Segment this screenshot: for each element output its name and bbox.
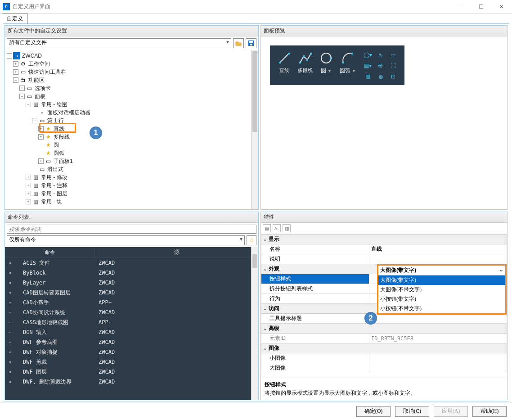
maximize-button[interactable]: ☐ (471, 0, 491, 14)
command-row[interactable]: ▫ByLayerZWCAD (5, 278, 258, 288)
tree-item-panel-layer[interactable]: 常用 - 图层 (41, 190, 67, 198)
prop-name-value[interactable]: 直线 (369, 244, 507, 254)
command-row[interactable]: ▫DWF, 删除剪裁边界ZWCAD (5, 377, 258, 387)
scrollbar-vertical[interactable] (251, 247, 258, 400)
command-row[interactable]: ▫DWF 参考底图ZWCAD (5, 337, 258, 347)
prop-splitstyle-key[interactable]: 拆分按钮列表样式 (261, 284, 369, 294)
open-file-button[interactable] (233, 38, 244, 48)
prop-tooltip-value[interactable] (369, 314, 507, 324)
prop-desc-value[interactable] (369, 254, 507, 264)
expand-button[interactable]: ▥ (283, 224, 291, 232)
chevron-down-icon[interactable]: ⌄ (263, 266, 267, 271)
tree-item-line[interactable]: 直线 (54, 125, 64, 133)
tree-toggle[interactable]: + (26, 175, 31, 180)
prop-smallimage-key[interactable]: 小图像 (261, 353, 369, 363)
tree-item-quickaccess[interactable]: 快速访问工具栏 (28, 68, 66, 76)
prop-largeimage-value[interactable] (369, 363, 507, 373)
tree-toggle[interactable]: + (19, 86, 25, 91)
customization-tree[interactable]: −hZWCAD +⚙工作空间 +▭快速访问工具栏 −🗀功能区 +▭选项卡 −▭面… (5, 50, 258, 208)
prop-desc-key[interactable]: 说明 (261, 254, 369, 264)
ok-button[interactable]: 确定(O) (356, 406, 391, 417)
tree-toggle[interactable]: − (32, 118, 37, 123)
command-row[interactable]: ▫DWF 剪裁ZWCAD (5, 357, 258, 367)
tree-toggle[interactable]: + (13, 69, 18, 75)
sort-az-button[interactable]: A↓ (273, 224, 281, 232)
prop-behavior-key[interactable]: 行为 (261, 294, 369, 304)
chevron-down-icon[interactable]: ⌄ (263, 306, 267, 311)
prop-name-key[interactable]: 名称 (261, 244, 369, 254)
tree-item-dialog-launcher[interactable]: 面板对话框启动器 (47, 109, 90, 117)
tree-toggle[interactable]: + (26, 183, 31, 188)
close-button[interactable]: ✕ (491, 0, 512, 14)
prop-largeimage-key[interactable]: 大图像 (261, 363, 369, 373)
categorize-button[interactable]: ▤ (263, 224, 271, 232)
command-row[interactable]: ▫ByBlockZWCAD (5, 268, 258, 278)
command-row[interactable]: ▫DWF 对象捕捉ZWCAD (5, 347, 258, 357)
tree-toggle[interactable]: + (38, 158, 44, 164)
dropdown-option[interactable]: 大图像(带文字) (378, 275, 505, 285)
command-row[interactable]: ▫DGN 输入ZWCAD (5, 327, 258, 337)
tree-toggle[interactable]: + (38, 134, 44, 140)
tree-toggle[interactable]: + (38, 126, 44, 131)
tree-item-arc[interactable]: 圆弧 (54, 149, 64, 157)
column-header-source[interactable]: 源 (95, 247, 258, 257)
tree-toggle[interactable]: + (13, 61, 18, 67)
chevron-down-icon[interactable]: ⌄ (263, 326, 267, 331)
tree-item-panels[interactable]: 面板 (35, 93, 45, 100)
prop-buttonstyle-key[interactable]: 按钮样式 (261, 274, 369, 284)
tree-toggle[interactable]: − (13, 77, 18, 83)
tree-item-circle[interactable]: 圆 (54, 141, 59, 149)
tree-item-zwcad[interactable]: ZWCAD (22, 53, 42, 59)
command-row[interactable]: ▫DWF 图层ZWCAD (5, 367, 258, 377)
tree-item-subpanel1[interactable]: 子面板1 (54, 158, 73, 165)
command-row[interactable]: ▫CASS地形地籍成图APP+ (5, 317, 258, 327)
cancel-button[interactable]: 取消(C) (395, 406, 429, 417)
prop-category-display[interactable]: 显示 (269, 236, 279, 242)
chevron-down-icon[interactable]: ⌄ (263, 237, 267, 242)
tree-toggle[interactable]: − (26, 102, 31, 107)
search-command-input[interactable] (7, 225, 256, 234)
prop-category-access[interactable]: 访问 (269, 305, 279, 312)
tree-item-workspace[interactable]: 工作空间 (28, 60, 50, 68)
tree-toggle[interactable]: + (26, 191, 31, 196)
buttonstyle-dropdown[interactable]: 大图像(带文字) ⌄ 大图像(带文字) 大图像(不带文字) 小按钮(带文字) 小… (377, 264, 507, 315)
tree-item-panel-modify[interactable]: 常用 - 修改 (41, 174, 67, 181)
prop-smallimage-value[interactable] (369, 353, 507, 363)
dropdown-option[interactable]: 小按钮(不带文字) (378, 304, 505, 313)
tree-item-row1[interactable]: 第 1 行 (47, 117, 64, 125)
prop-category-advanced[interactable]: 高级 (269, 325, 279, 331)
tree-toggle[interactable]: − (19, 94, 25, 99)
command-row[interactable]: ▫CAD小帮手APP+ (5, 298, 258, 307)
command-filter-select[interactable]: 仅所有命令 ▾ (7, 235, 245, 245)
dropdown-option[interactable]: 小按钮(带文字) (378, 294, 505, 304)
save-file-button[interactable] (246, 38, 256, 48)
dropdown-selected[interactable]: 大图像(带文字) ⌄ (378, 266, 505, 275)
dropdown-option[interactable]: 大图像(不带文字) (378, 285, 505, 294)
tab-customize[interactable]: 自定义 (2, 14, 28, 23)
apply-button[interactable]: 应用(A) (434, 406, 468, 417)
tree-item-panel-draw[interactable]: 常用 - 绘图 (41, 101, 67, 108)
tree-item-panel-annotate[interactable]: 常用 - 注释 (41, 182, 67, 190)
tree-toggle[interactable]: − (7, 53, 12, 59)
column-header-command[interactable]: 命令 (5, 247, 95, 257)
command-table[interactable]: 命令 源 ▫ACIS 文件ZWCAD▫ByBlockZWCAD▫ByLayerZ… (5, 247, 258, 400)
prop-category-image[interactable]: 图像 (269, 345, 279, 351)
command-row[interactable]: ▫CAD协同设计系统ZWCAD (5, 307, 258, 317)
prop-category-appearance[interactable]: 外观 (269, 266, 279, 272)
tree-item-tabs[interactable]: 选项卡 (35, 85, 51, 92)
command-row[interactable]: ▫ACIS 文件ZWCAD (5, 258, 258, 268)
tree-item-ribbon[interactable]: 功能区 (28, 77, 45, 84)
prop-tooltip-key[interactable]: 工具提示标题 (261, 314, 369, 324)
tree-item-polyline[interactable]: 多段线 (54, 133, 70, 141)
tree-toggle[interactable]: + (26, 199, 31, 204)
favorite-button[interactable]: ☆ (247, 235, 256, 245)
scrollbar-vertical[interactable] (251, 50, 258, 209)
chevron-down-icon[interactable]: ⌄ (263, 346, 267, 351)
help-button[interactable]: 帮助(H) (472, 406, 507, 417)
tool-label: 多段线 (298, 67, 313, 74)
command-row[interactable]: ▫CAD图层转要素图层ZWCAD (5, 288, 258, 298)
minimize-button[interactable]: ─ (450, 0, 471, 14)
tree-item-slideout[interactable]: 滑出式 (47, 166, 63, 173)
tree-item-panel-block[interactable]: 常用 - 块 (41, 198, 62, 206)
customization-file-select[interactable]: 所有自定义文件 ▾ (7, 38, 231, 48)
